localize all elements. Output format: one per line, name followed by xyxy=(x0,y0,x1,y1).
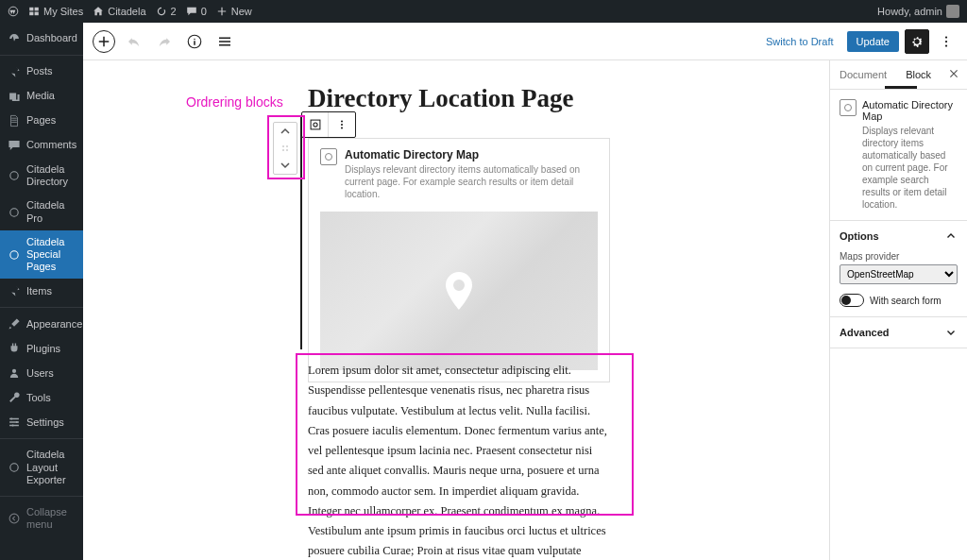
plus-icon xyxy=(95,33,112,50)
my-sites[interactable]: My Sites xyxy=(28,6,83,17)
kebab-icon xyxy=(938,33,955,50)
map-pin-icon xyxy=(436,268,482,314)
menu-posts[interactable]: Posts xyxy=(0,59,83,84)
svg-rect-1 xyxy=(29,8,33,11)
chevron-down-icon xyxy=(944,326,958,339)
block-card-title: Automatic Directory Map xyxy=(345,148,598,161)
map-preview xyxy=(320,212,598,370)
svg-point-9 xyxy=(10,418,12,420)
page-title[interactable]: Directory Location Page xyxy=(308,84,573,113)
block-type-button[interactable] xyxy=(302,112,329,137)
kebab-icon xyxy=(335,118,348,131)
site-name[interactable]: Citadela xyxy=(93,6,145,17)
close-settings[interactable] xyxy=(941,60,967,89)
block-type-icon xyxy=(309,118,322,131)
menu-layout-exporter[interactable]: Citadela Layout Exporter xyxy=(0,443,83,492)
update-icon xyxy=(156,6,167,17)
panel-options-header[interactable]: Options xyxy=(830,221,967,251)
annotation-box-paragraph xyxy=(296,353,634,516)
new-content[interactable]: New xyxy=(216,6,252,17)
wordpress-icon xyxy=(8,6,19,17)
undo-button[interactable] xyxy=(123,30,145,53)
menu-plugins[interactable]: Plugins xyxy=(0,336,83,361)
menu-users[interactable]: Users xyxy=(0,361,83,385)
menu-items[interactable]: Items xyxy=(0,279,83,303)
close-icon xyxy=(948,68,959,79)
brush-icon xyxy=(8,317,21,331)
menu-comments[interactable]: Comments xyxy=(0,133,83,158)
tab-block[interactable]: Block xyxy=(896,61,941,88)
maps-provider-label: Maps provider xyxy=(840,251,958,262)
plus-icon xyxy=(216,6,228,17)
svg-point-13 xyxy=(9,514,19,523)
settings-sidebar: Document Block Automatic Directory Map D… xyxy=(829,60,967,560)
svg-point-21 xyxy=(341,124,343,126)
maps-provider-select[interactable]: OpenStreetMap xyxy=(840,264,958,284)
undo-icon xyxy=(126,33,143,50)
svg-point-8 xyxy=(12,369,16,373)
switch-to-draft[interactable]: Switch to Draft xyxy=(758,32,841,51)
redo-icon xyxy=(156,33,173,50)
svg-rect-3 xyxy=(29,12,33,16)
editor-header: Switch to Draft Update xyxy=(83,23,967,60)
panel-advanced-header[interactable]: Advanced xyxy=(830,317,967,348)
wp-logo[interactable] xyxy=(8,6,19,17)
menu-pages[interactable]: Pages xyxy=(0,109,83,133)
svg-point-16 xyxy=(945,40,947,42)
outline-button[interactable] xyxy=(213,30,236,53)
block-name: Automatic Directory Map xyxy=(862,99,958,122)
admin-bar: My Sites Citadela 2 0 New Howdy, admin xyxy=(0,0,967,23)
directory-map-block[interactable]: Automatic Directory Map Displays relevan… xyxy=(308,138,610,382)
circle-icon xyxy=(8,248,21,262)
menu-appearance[interactable]: Appearance xyxy=(0,312,83,336)
svg-point-11 xyxy=(12,425,14,427)
circle-icon xyxy=(8,206,21,219)
block-more-button[interactable] xyxy=(329,112,355,137)
svg-point-7 xyxy=(10,250,18,258)
update-button[interactable]: Update xyxy=(847,31,899,52)
menu-citadela-directory[interactable]: Citadela Directory xyxy=(0,158,83,194)
block-icon xyxy=(320,148,337,165)
svg-point-5 xyxy=(10,172,18,179)
add-block-button[interactable] xyxy=(93,30,115,53)
howdy[interactable]: Howdy, admin xyxy=(877,5,959,18)
redo-button[interactable] xyxy=(153,30,176,53)
user-icon xyxy=(8,366,21,380)
more-button[interactable] xyxy=(935,30,958,53)
menu-dashboard[interactable]: Dashboard xyxy=(0,26,83,51)
circle-icon xyxy=(8,169,21,182)
svg-point-15 xyxy=(945,36,947,38)
settings-toggle[interactable] xyxy=(905,29,929,54)
svg-point-6 xyxy=(10,208,18,215)
updates[interactable]: 2 xyxy=(156,6,177,17)
svg-rect-18 xyxy=(311,120,320,129)
menu-media[interactable]: Media xyxy=(0,84,83,109)
pin-icon xyxy=(8,65,21,78)
with-search-form-label: With search form xyxy=(870,296,942,306)
menu-settings[interactable]: Settings xyxy=(0,410,83,434)
menu-collapse[interactable]: Collapse menu xyxy=(0,501,83,536)
circle-icon xyxy=(8,461,21,474)
svg-rect-2 xyxy=(35,8,39,11)
list-icon xyxy=(216,33,233,50)
media-icon xyxy=(8,90,21,103)
block-card-desc: Displays relevant directory items automa… xyxy=(345,163,598,200)
with-search-form-toggle[interactable] xyxy=(840,294,864,307)
tab-document[interactable]: Document xyxy=(830,61,896,88)
svg-point-19 xyxy=(313,123,316,127)
block-info: Automatic Directory Map Displays relevan… xyxy=(830,90,967,221)
comment-icon xyxy=(186,6,197,17)
chevron-up-icon xyxy=(944,229,958,243)
svg-point-22 xyxy=(341,127,343,128)
menu-tools[interactable]: Tools xyxy=(0,385,83,410)
info-button[interactable] xyxy=(183,30,206,53)
block-toolbar xyxy=(301,111,356,138)
pin-icon xyxy=(8,284,21,297)
info-icon xyxy=(186,33,203,50)
comments-count[interactable]: 0 xyxy=(186,6,207,17)
menu-citadela-pro[interactable]: Citadela Pro xyxy=(0,194,83,229)
svg-point-10 xyxy=(16,421,18,423)
avatar xyxy=(946,5,959,18)
svg-point-17 xyxy=(945,44,947,46)
menu-citadela-special-pages[interactable]: Citadela Special Pages xyxy=(0,230,83,280)
